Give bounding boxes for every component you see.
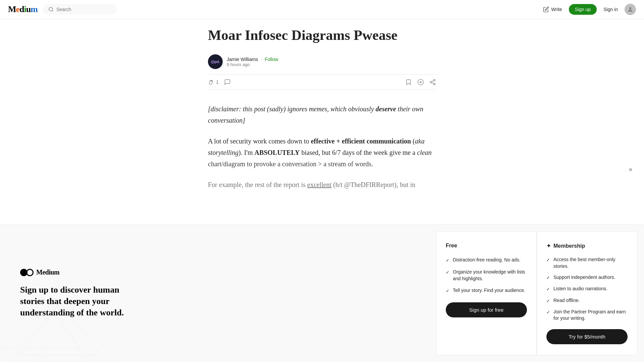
disclaimer-paragraph: [disclaimer: this post (sadly) ignores m… [208,103,436,126]
svg-line-8 [432,83,434,84]
body-paragraph-2: For example, the rest of the report is e… [208,179,436,190]
comment-icon [224,79,231,85]
author-name-row: Jamie Williams · Follow [227,57,278,62]
separator: · [261,57,262,62]
svg-line-9 [432,81,434,82]
avatar-icon [627,6,634,13]
search-bar[interactable] [43,4,117,15]
author-row: @pd. Jamie Williams · Follow 8 hours ago [208,54,436,69]
author-info: Jamie Williams · Follow 8 hours ago [227,57,278,67]
listen-button[interactable] [417,79,424,85]
user-avatar[interactable] [625,4,636,15]
signin-link[interactable]: Sign in [603,7,618,12]
medium-logo[interactable]: Medium [8,4,38,14]
actions-left: 1 [208,79,231,85]
actions-bar: 1 [208,74,436,90]
follow-button[interactable]: Follow [265,57,278,62]
svg-point-0 [49,7,53,11]
bookmark-icon [405,79,412,85]
svg-point-7 [434,83,435,85]
article-body: [disclaimer: this post (sadly) ignores m… [208,103,436,190]
author-name: Jamie Williams [227,57,258,62]
excellent-link[interactable]: excellent [307,181,331,188]
svg-marker-4 [420,81,422,83]
write-label: Write [551,7,562,12]
svg-line-1 [52,10,53,11]
write-button[interactable]: Write [543,6,562,12]
svg-point-2 [629,7,632,9]
share-icon [429,79,436,85]
write-icon [543,6,549,12]
header-left: Medium [8,4,117,15]
clap-button[interactable]: 1 [208,79,219,85]
close-modal-button[interactable]: × [625,164,636,175]
search-input[interactable] [56,7,111,12]
signup-button[interactable]: Sign up [569,4,597,15]
article-title: Moar Infosec Diagrams Pwease [208,27,436,44]
actions-right [405,79,436,85]
header-right: Write Sign up Sign in [543,4,636,15]
play-icon [417,79,424,85]
article-timestamp: 8 hours ago [227,62,278,67]
search-icon [48,7,54,12]
author-avatar[interactable]: @pd. [208,54,223,69]
clap-icon [208,79,215,85]
save-button[interactable] [405,79,412,85]
header: Medium Write Sign up Sign in [0,0,644,19]
modal-branding: Medium Sign up to discover human stories… [0,225,436,227]
svg-point-6 [430,81,432,83]
comment-button[interactable] [224,79,231,85]
article-container: Moar Infosec Diagrams Pwease @pd. Jamie … [200,0,444,227]
signup-modal: Medium Sign up to discover human stories… [0,225,644,227]
share-button[interactable] [429,79,436,85]
svg-point-5 [434,79,435,81]
body-paragraph-1: A lot of security work comes down to eff… [208,135,436,170]
clap-count: 1 [216,79,219,85]
